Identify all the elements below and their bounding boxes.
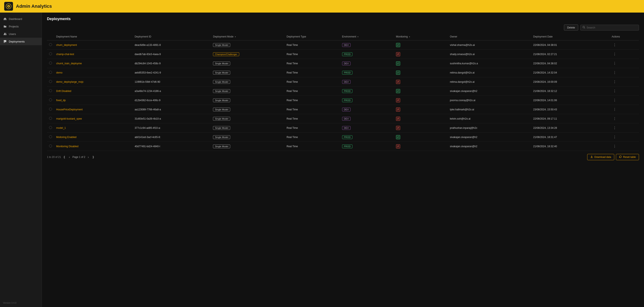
deployment-name-link[interactable]: fixed_dp <box>56 99 66 102</box>
col-header-monitoring[interactable]: Monitoring ▾ <box>394 33 448 40</box>
monitoring-status: ✓ <box>396 135 400 139</box>
col-header-owner[interactable]: Owner <box>448 33 531 40</box>
sidebar-item-dashboard[interactable]: Dashboard <box>0 15 42 23</box>
deployment-type: Real Time <box>284 68 340 77</box>
row-actions-button[interactable]: ⋮ <box>612 116 618 121</box>
row-checkbox[interactable] <box>49 71 52 74</box>
prev-page-button[interactable]: ‹ <box>68 155 71 159</box>
toolbar: Delete <box>47 24 639 30</box>
search-container <box>580 25 639 30</box>
deployment-env-badge: DEV <box>342 43 351 47</box>
deployment-mode-badge: Single Model <box>213 126 230 130</box>
row-checkbox[interactable] <box>49 144 52 147</box>
row-actions-button[interactable]: ⋮ <box>612 89 618 93</box>
next-page-button[interactable]: › <box>86 155 90 159</box>
page-label: Page 1 of 2 <box>72 156 85 159</box>
deployment-name-link[interactable]: churnt_train_deployme <box>56 62 82 65</box>
deployment-date: 23/08/2024, 15:50:43 <box>531 105 610 114</box>
reset-label: Reset table <box>623 156 636 159</box>
deployments-table: Deployment Name Deployment ID Deployment… <box>47 33 639 151</box>
deployment-owner: sivakajan.sivaparan@h2 <box>448 133 531 142</box>
row-checkbox[interactable] <box>49 43 52 46</box>
table-row: marigold-bustard_spee31d93e51-0a39-4b10-… <box>47 114 639 123</box>
deployment-name-link[interactable]: HousePriceDeployment <box>56 108 82 111</box>
row-actions-button[interactable]: ⋮ <box>612 42 618 47</box>
table-row: Moitoring Enabledab0141ed-3acf-4c65-8:Si… <box>47 133 639 142</box>
last-page-button[interactable]: ⟫ <box>91 155 96 159</box>
download-label: Download data <box>594 156 611 159</box>
table-row: churn_deploymentdeac6d9e-a133-4891-8Sing… <box>47 40 639 50</box>
deployment-name-link[interactable]: demo <box>56 71 62 74</box>
sidebar-label-projects: Projects <box>9 25 19 28</box>
deployment-id: deac6d9e-a133-4891-8 <box>132 40 211 50</box>
deployment-name-link[interactable]: churn_deployment <box>56 43 77 46</box>
col-header-env[interactable]: Environment ▾ <box>340 33 394 40</box>
row-checkbox[interactable] <box>49 52 52 55</box>
svg-rect-5 <box>4 40 6 41</box>
row-actions-button[interactable]: ⋮ <box>612 52 618 56</box>
row-checkbox[interactable] <box>49 117 52 120</box>
table-row: HousePriceDeploymentaa123089-7766-46a8-a… <box>47 105 639 114</box>
svg-point-8 <box>583 26 584 28</box>
deployment-name-link[interactable]: Moitoring Enabled <box>56 136 76 139</box>
row-checkbox[interactable] <box>49 61 52 64</box>
deployment-name-link[interactable]: champ-chal-test <box>56 53 74 56</box>
row-actions-button[interactable]: ⋮ <box>612 70 618 75</box>
deployment-id: daedb7ab-83c0-4aea-9 <box>132 50 211 59</box>
row-actions-button[interactable]: ⋮ <box>612 98 618 103</box>
col-header-checkbox <box>47 33 54 40</box>
download-icon <box>590 155 593 159</box>
deployment-type: Real Time <box>284 59 340 68</box>
row-checkbox[interactable] <box>49 135 52 138</box>
folder-icon <box>3 25 7 28</box>
deployments-icon <box>3 40 7 43</box>
row-checkbox[interactable] <box>49 126 52 129</box>
search-input[interactable] <box>586 26 637 29</box>
row-actions-button[interactable]: ⋮ <box>612 135 618 139</box>
deployment-mode-badge: Single Model <box>213 108 230 111</box>
row-actions-button[interactable]: ⋮ <box>612 144 618 149</box>
deployment-owner: sushmitha.kumar@h2o.a <box>448 59 531 68</box>
row-actions-button[interactable]: ⋮ <box>612 107 618 112</box>
row-actions-button[interactable]: ⋮ <box>612 125 618 130</box>
row-checkbox[interactable] <box>49 80 52 83</box>
sidebar-item-users[interactable]: Users <box>0 30 42 38</box>
monitoring-status: ✗ <box>396 80 400 83</box>
deployment-date: 21/08/2024, 14:32:04 <box>531 68 610 77</box>
deployment-type: Real Time <box>284 77 340 86</box>
sidebar: Dashboard Projects Users Deployments Ver… <box>0 12 42 307</box>
row-actions-button[interactable]: ⋮ <box>612 61 618 66</box>
deployment-name-link[interactable]: Drift Disabled <box>56 90 71 93</box>
deployment-env-badge: DEV <box>342 61 351 65</box>
row-checkbox[interactable] <box>49 98 52 101</box>
col-header-date[interactable]: Deployment Date <box>531 33 610 40</box>
sidebar-item-deployments[interactable]: Deployments <box>0 38 42 45</box>
col-header-type[interactable]: Deployment Type <box>284 33 340 40</box>
download-data-button[interactable]: Download data <box>587 154 614 160</box>
deployment-type: Real Time <box>284 105 340 114</box>
row-checkbox[interactable] <box>49 108 52 111</box>
app-title: Admin Analytics <box>16 3 52 9</box>
col-header-mode[interactable]: Deployment Mode ▾ <box>211 33 284 40</box>
deployment-mode-badge: Champion/Challenger <box>213 52 239 56</box>
reset-table-button[interactable]: Reset table <box>616 154 639 160</box>
delete-button[interactable]: Delete <box>564 24 578 30</box>
col-header-name[interactable]: Deployment Name <box>54 33 132 40</box>
deployment-name-link[interactable]: Monitoring Disabled <box>56 145 78 148</box>
deployment-name-link[interactable]: demo_deploylarge_mojc <box>56 80 84 83</box>
deployment-owner: tyler.hallmark@h2o.ai <box>448 105 531 114</box>
col-header-id[interactable]: Deployment ID <box>132 33 211 40</box>
deployment-env-badge: PROD <box>342 71 352 74</box>
row-checkbox[interactable] <box>49 89 52 92</box>
version-text: Version 3.4.0 <box>3 302 16 304</box>
deployment-name-link[interactable]: marigold-bustard_spee <box>56 117 82 120</box>
table-row: churnt_train_deploymedb294c84-1043-458c-… <box>47 59 639 68</box>
deployment-type: Real Time <box>284 133 340 142</box>
deployment-mode-badge: Single Model <box>213 89 230 93</box>
sidebar-item-projects[interactable]: Projects <box>0 23 42 30</box>
row-actions-button[interactable]: ⋮ <box>612 79 618 84</box>
first-page-button[interactable]: ⟪ <box>62 155 66 159</box>
deployment-name-link[interactable]: model_1 <box>56 126 66 129</box>
reset-icon <box>619 155 622 159</box>
deployment-date: 23/08/2024, 16:00:09 <box>531 77 610 86</box>
